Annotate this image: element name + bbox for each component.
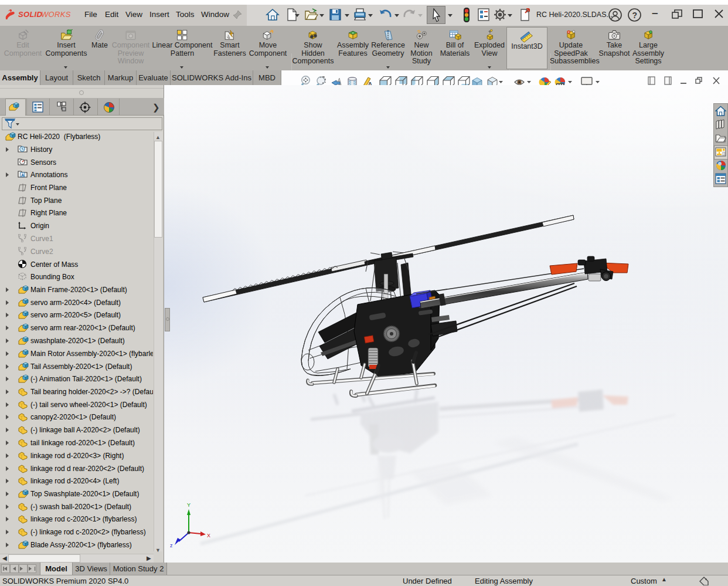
svg-text:A: A [21,172,25,178]
svg-text:z: z [170,543,173,548]
svg-text:SOLID: SOLID [18,10,43,19]
svg-text:X: X [207,533,210,538]
svg-text:Y: Y [187,502,190,508]
svg-text:WORKS: WORKS [41,10,71,19]
svg-text:?: ? [632,11,638,20]
